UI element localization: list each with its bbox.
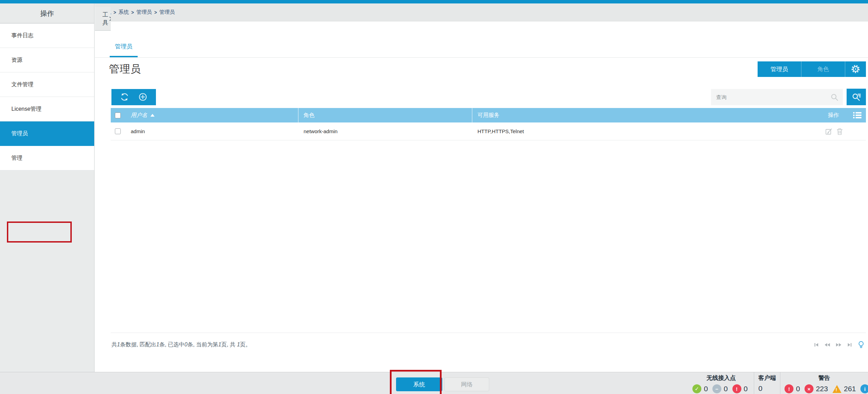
summary-segment: 1 xyxy=(237,342,240,347)
info-status-icon: i xyxy=(860,384,868,393)
sidebar-item-label: 管理 xyxy=(11,155,22,162)
lightbulb-icon[interactable] xyxy=(858,341,865,349)
warning-triangle-icon: ! xyxy=(832,385,841,393)
neutral-status-icon: − xyxy=(712,384,721,393)
advanced-search-button[interactable] xyxy=(847,89,866,105)
delete-icon[interactable] xyxy=(836,128,843,135)
summary-segment: 0 xyxy=(185,342,188,347)
status-indicators: ✓0−0!0 xyxy=(692,384,750,393)
first-page-icon[interactable] xyxy=(813,342,819,347)
cell-actions xyxy=(813,122,849,140)
alert-status-icon: ! xyxy=(785,384,793,393)
cell-role: network-admin xyxy=(298,122,472,140)
sidebar-item-license[interactable]: License管理 xyxy=(0,97,94,121)
breadcrumb-separator: > xyxy=(154,9,157,15)
summary-segment: 1 xyxy=(156,342,159,347)
error-status-icon: × xyxy=(805,384,813,393)
column-header-services[interactable]: 可用服务 xyxy=(472,108,813,122)
column-list-icon xyxy=(853,111,862,119)
status-group-label: 警告 xyxy=(818,374,830,382)
view-switcher-option[interactable]: 管理员 xyxy=(758,61,801,77)
row-action-icons xyxy=(825,128,843,135)
settings-button[interactable] xyxy=(845,61,866,77)
summary-segment: 条, 当前为第 xyxy=(188,342,218,347)
tab-管理员[interactable]: 管理员 xyxy=(110,42,138,57)
search-box xyxy=(711,89,843,105)
sidebar-item-label: 管理员 xyxy=(11,130,28,137)
view-switcher-option[interactable]: 角色 xyxy=(801,61,845,77)
status-indicators: 0 xyxy=(758,384,765,393)
sidebar-item-label: License管理 xyxy=(11,106,41,113)
top-accent-strip xyxy=(0,0,868,3)
warning-glyph: ! xyxy=(836,387,837,392)
status-group-label: 客户端 xyxy=(758,374,776,382)
status-group-alerts[interactable]: 警告!0×223!261i xyxy=(780,372,868,394)
sidebar-item-management[interactable]: 管理 xyxy=(0,146,94,170)
sidebar-title: 操作 xyxy=(0,3,94,23)
gear-icon xyxy=(851,64,860,74)
status-area: 无线接入点✓0−0!0客户端0警告!0×223!261i xyxy=(688,372,868,394)
last-page-icon[interactable] xyxy=(847,342,852,347)
status-count: 261 xyxy=(844,385,856,393)
breadcrumb-item[interactable]: 管理员 xyxy=(159,9,175,16)
status-count: 0 xyxy=(796,385,800,393)
edit-icon[interactable] xyxy=(825,128,833,135)
status-count: 223 xyxy=(816,385,828,393)
status-group-wireless-ap[interactable]: 无线接入点✓0−0!0 xyxy=(688,372,754,394)
cell-menu-spacer xyxy=(849,122,866,140)
advanced-search-icon xyxy=(851,92,861,102)
username-value: admin xyxy=(131,128,145,134)
summary-segment: 1 xyxy=(117,342,120,347)
sidebar: 操作 概览网络配置网络安全系统事件日志资源文件管理License管理管理员管理工… xyxy=(0,3,95,372)
status-count: 0 xyxy=(744,385,748,393)
summary-segment: 条, 已选中 xyxy=(159,342,185,347)
row-checkbox[interactable] xyxy=(115,128,121,134)
status-count: 0 xyxy=(724,385,728,393)
summary-segment: 条数据, 匹配出 xyxy=(120,342,156,347)
pagination-summary: 共1条数据, 匹配出1条, 已选中0条, 当前为第1页, 共 1页。 xyxy=(111,341,251,348)
status-group-label: 无线接入点 xyxy=(707,374,736,382)
page-title: 管理员 xyxy=(109,62,141,76)
status-count: 0 xyxy=(704,385,708,393)
column-header-role[interactable]: 角色 xyxy=(298,108,472,122)
summary-segment: 1 xyxy=(218,342,221,347)
column-label: 用户名 xyxy=(131,112,147,119)
column-header-actions: 操作 xyxy=(813,108,849,122)
select-all-checkbox[interactable] xyxy=(115,112,121,118)
tab-bar: 管理员 xyxy=(95,21,868,58)
admin-table: 用户名角色可用服务操作 adminnetwork-adminHTTP,HTTPS… xyxy=(111,108,866,333)
sidebar-menu: 概览网络配置网络安全系统事件日志资源文件管理License管理管理员管理工具 xyxy=(0,23,94,170)
cell-username: admin xyxy=(111,122,298,140)
status-count: 0 xyxy=(758,384,762,393)
sidebar-item-tools[interactable]: 工具 xyxy=(95,7,111,31)
cell-services: HTTP,HTTPS,Telnet xyxy=(472,122,813,140)
previous-page-icon[interactable] xyxy=(824,342,830,347)
breadcrumb-separator: > xyxy=(131,9,134,15)
breadcrumb-item[interactable]: 系统 xyxy=(119,9,129,16)
sidebar-item-resources[interactable]: 资源 xyxy=(0,48,94,72)
add-icon[interactable] xyxy=(138,92,148,102)
view-switcher: 管理员角色 xyxy=(758,61,866,77)
sidebar-item-administrators[interactable]: 管理员 xyxy=(0,121,94,146)
summary-segment: 共 xyxy=(111,342,117,347)
breadcrumb-item[interactable]: 管理员 xyxy=(136,9,152,16)
sidebar-item-label: 事件日志 xyxy=(11,32,33,39)
bottom-bar: 系统网络 无线接入点✓0−0!0客户端0警告!0×223!261i xyxy=(0,372,868,394)
next-page-icon[interactable] xyxy=(836,342,842,347)
sidebar-item-label: 资源 xyxy=(11,57,22,64)
status-group-clients[interactable]: 客户端0 xyxy=(754,372,780,394)
refresh-icon[interactable] xyxy=(119,92,130,102)
bottom-tab-网络[interactable]: 网络 xyxy=(444,377,489,391)
table-row: adminnetwork-adminHTTP,HTTPS,Telnet xyxy=(111,122,866,140)
sidebar-item-file-management[interactable]: 文件管理 xyxy=(0,72,94,97)
column-header-username[interactable]: 用户名 xyxy=(111,108,298,122)
breadcrumb: 系统>系统>管理员>管理员 xyxy=(95,3,868,21)
sidebar-item-label: 文件管理 xyxy=(11,81,33,88)
summary-segment: 页, 共 xyxy=(221,342,237,347)
table-header-row: 用户名角色可用服务操作 xyxy=(111,108,866,122)
table-action-toolbar xyxy=(111,89,156,105)
bottom-tab-系统[interactable]: 系统 xyxy=(396,377,442,391)
column-menu-button[interactable] xyxy=(849,108,866,122)
sidebar-item-event-log[interactable]: 事件日志 xyxy=(0,23,94,48)
search-input[interactable] xyxy=(711,89,843,105)
